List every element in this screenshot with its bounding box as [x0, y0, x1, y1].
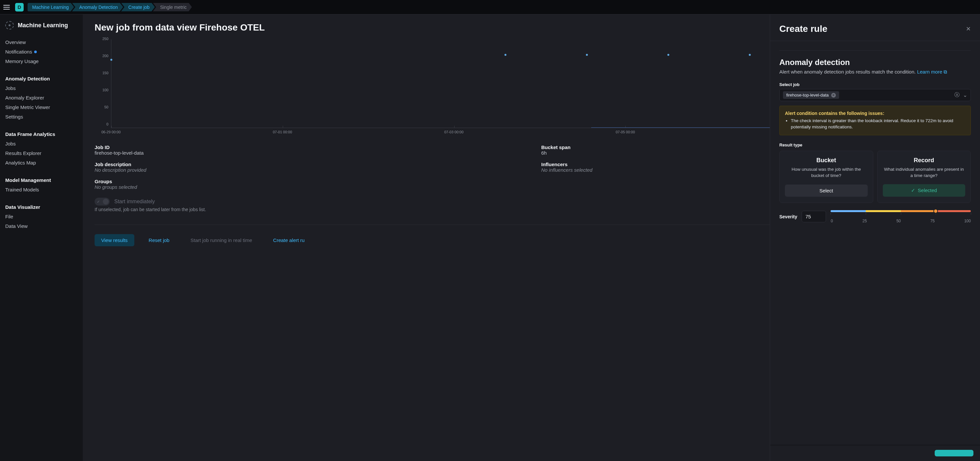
- chart-point: [110, 59, 112, 61]
- sidebar-item[interactable]: Settings: [5, 112, 78, 121]
- card-title: Bucket: [785, 157, 868, 164]
- sidebar-heading: Data Visualizer: [5, 202, 78, 212]
- rule-type-description: Alert when anomaly detection jobs result…: [780, 69, 971, 75]
- sidebar-item[interactable]: File: [5, 212, 78, 221]
- sidebar-item[interactable]: Data View: [5, 221, 78, 231]
- sidebar-item[interactable]: Results Explorer: [5, 148, 78, 158]
- severity-tick-label: 0: [830, 219, 833, 223]
- job-chip[interactable]: firehose-top-level-data ✕: [783, 91, 839, 99]
- groups-label: Groups: [95, 179, 522, 184]
- close-icon[interactable]: ✕: [966, 25, 971, 32]
- flyout-title: Create rule: [780, 24, 827, 34]
- job-desc-label: Job description: [95, 162, 522, 167]
- sidebar-item[interactable]: Notifications: [5, 47, 78, 56]
- create-rule-flyout: Create rule ✕ Anomaly detection Alert wh…: [770, 14, 980, 461]
- severity-tick-label: 50: [896, 219, 900, 223]
- sidebar-item[interactable]: Trained Models: [5, 185, 78, 194]
- chevron-down-icon[interactable]: ⌄: [963, 92, 967, 98]
- select-job-label: Select job: [780, 82, 971, 87]
- sidebar-title: Machine Learning: [18, 22, 68, 29]
- reset-job-button[interactable]: Reset job: [142, 234, 176, 246]
- nav-toggle-icon[interactable]: [2, 3, 11, 12]
- severity-label: Severity: [780, 214, 797, 219]
- learn-more-link[interactable]: Learn more⧉: [917, 69, 947, 75]
- job-desc-value: No description provided: [95, 167, 522, 173]
- card-desc: What individual anomalies are present in…: [883, 167, 966, 179]
- breadcrumb-item: Single metric: [153, 3, 192, 11]
- result-type-bucket-card: Bucket How unusual was the job within th…: [780, 151, 873, 203]
- breadcrumb: Machine Learning Anomaly Detection Creat…: [28, 3, 192, 11]
- card-title: Record: [883, 157, 966, 164]
- sidebar-item[interactable]: Jobs: [5, 83, 78, 93]
- chart-point: [586, 54, 588, 56]
- top-bar: D Machine Learning Anomaly Detection Cre…: [0, 0, 980, 14]
- select-record-button[interactable]: ✓ Selected: [883, 184, 966, 197]
- notification-dot-icon: [34, 51, 37, 53]
- sidebar-item[interactable]: Memory Usage: [5, 56, 78, 66]
- select-job-combo[interactable]: firehose-top-level-data ✕ ⓧ ⌄: [780, 89, 971, 101]
- warning-item: The check interval is greater than the l…: [791, 118, 965, 130]
- severity-tick-label: 25: [862, 219, 867, 223]
- remove-chip-icon[interactable]: ✕: [831, 93, 836, 97]
- job-id-label: Job ID: [95, 145, 522, 150]
- alert-condition-warning: Alert condition contains the following i…: [780, 106, 971, 135]
- deployment-badge[interactable]: D: [15, 3, 24, 11]
- severity-input[interactable]: [802, 211, 826, 222]
- severity-tick-label: 100: [964, 219, 971, 223]
- sidebar-heading: Anomaly Detection: [5, 74, 78, 83]
- breadcrumb-item[interactable]: Anomaly Detection: [72, 3, 123, 11]
- severity-tick-label: 75: [931, 219, 935, 223]
- result-type-record-card: Record What individual anomalies are pre…: [877, 151, 971, 203]
- warning-title: Alert condition contains the following i…: [785, 111, 965, 116]
- start-immediately-label: Start immediately: [114, 199, 155, 205]
- sidebar-heading: Model Management: [5, 175, 78, 185]
- sidebar-item[interactable]: Analytics Map: [5, 158, 78, 167]
- sidebar: Machine Learning OverviewNotificationsMe…: [0, 14, 83, 461]
- start-realtime-button[interactable]: Start job running in real time: [184, 234, 259, 246]
- job-id-value: firehose-top-level-data: [95, 150, 522, 156]
- start-immediately-toggle[interactable]: [95, 198, 110, 205]
- sidebar-heading: Data Frame Analytics: [5, 129, 78, 139]
- chart-point: [667, 54, 669, 56]
- ml-app-icon: [5, 21, 14, 30]
- groups-value: No groups selected: [95, 184, 522, 190]
- result-type-label: Result type: [780, 143, 971, 148]
- select-bucket-button[interactable]: Select: [785, 184, 868, 197]
- clear-icon[interactable]: ⓧ: [955, 92, 959, 99]
- check-icon: ✓: [911, 188, 915, 193]
- sidebar-item[interactable]: Jobs: [5, 139, 78, 148]
- breadcrumb-item[interactable]: Machine Learning: [28, 3, 74, 11]
- external-link-icon: ⧉: [943, 69, 947, 75]
- sidebar-item[interactable]: Overview: [5, 37, 78, 47]
- severity-slider[interactable]: 0255075100: [830, 210, 971, 223]
- sidebar-item[interactable]: Single Metric Viewer: [5, 102, 78, 112]
- sidebar-item[interactable]: Anomaly Explorer: [5, 93, 78, 102]
- create-alert-rule-button[interactable]: Create alert ru: [267, 234, 311, 246]
- rule-type-heading: Anomaly detection: [780, 58, 971, 67]
- card-desc: How unusual was the job within the bucke…: [785, 167, 868, 179]
- view-results-button[interactable]: View results: [95, 234, 134, 246]
- save-rule-button[interactable]: [935, 450, 974, 456]
- chart-point: [504, 54, 506, 56]
- breadcrumb-item[interactable]: Create job: [121, 3, 155, 11]
- chart-point: [749, 54, 751, 56]
